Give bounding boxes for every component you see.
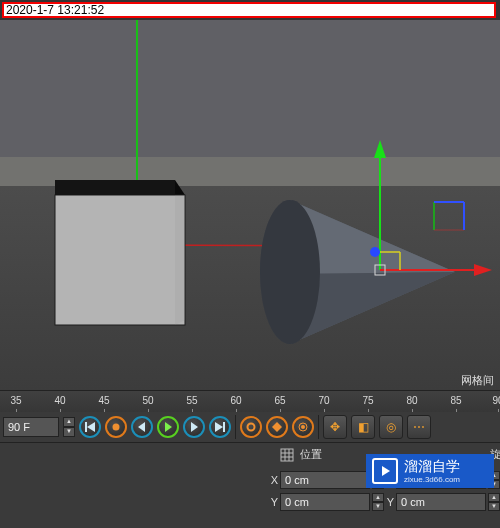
svg-marker-10 [374,140,386,158]
svg-marker-12 [474,264,492,276]
cube-object [55,180,185,325]
watermark-text: 溜溜自学 zixue.3d66.com [404,458,460,484]
frame-stepper[interactable]: ▲ ▼ [63,417,75,437]
autokey-button[interactable] [240,416,262,438]
axis-y-label: Y [270,496,278,508]
svg-marker-2 [55,180,175,195]
pos-y-field[interactable] [280,493,370,511]
viewport-canvas [0,20,500,390]
svg-marker-27 [215,422,223,432]
watermark-sub: zixue.3d66.com [404,476,460,484]
svg-rect-22 [85,422,87,432]
pos-x-field[interactable] [280,471,370,489]
svg-point-29 [248,424,255,431]
params-tool-button[interactable]: ⋯ [407,415,431,439]
timeline-ticks: 35 40 45 50 55 60 65 70 75 80 85 90 [0,391,500,413]
prev-frame-button[interactable] [131,416,153,438]
coord-row-y: Y ▲▼ Y ▲▼ [270,491,500,513]
grid-icon [280,448,294,462]
svg-marker-3 [175,195,185,325]
svg-point-31 [301,425,305,429]
axis-x-label: X [270,474,278,486]
svg-point-8 [260,200,320,344]
svg-rect-1 [55,195,185,325]
timestamp-text: 2020-1-7 13:21:52 [6,3,104,17]
playback-bar: ▲ ▼ ✥ ◧ ◎ ⋯ [0,412,500,442]
size-y-stepper[interactable]: ▲▼ [488,493,500,511]
go-end-button[interactable] [209,416,231,438]
coords-header: 位置 旋 [280,447,322,462]
move-tool-button[interactable]: ✥ [323,415,347,439]
record-button[interactable] [105,416,127,438]
key-options-button[interactable] [292,416,314,438]
svg-point-13 [370,247,380,257]
coords-header-label: 位置 [300,447,322,462]
svg-marker-30 [272,422,282,432]
stepper-up-icon[interactable]: ▲ [63,417,75,427]
svg-point-23 [113,424,120,431]
watermark-badge: 溜溜自学 zixue.3d66.com [366,454,494,488]
play-icon [372,458,398,484]
svg-marker-25 [165,422,172,432]
stepper-down-icon[interactable]: ▼ [63,427,75,437]
playbar-separator [235,415,236,439]
viewport[interactable]: 网格间 [0,20,500,390]
svg-marker-38 [382,466,390,476]
axis-y2-label: Y [386,496,394,508]
frame-end-field[interactable] [3,417,59,437]
size-y-field[interactable] [396,493,486,511]
svg-rect-28 [223,422,225,432]
timestamp-box: 2020-1-7 13:21:52 [2,2,496,18]
svg-rect-33 [281,449,293,461]
next-frame-button[interactable] [183,416,205,438]
grid-label: 网格间 [461,373,494,388]
scale-tool-button[interactable]: ◧ [351,415,375,439]
watermark-title: 溜溜自学 [404,458,460,476]
pos-y-stepper[interactable]: ▲▼ [372,493,384,511]
rotate-tool-button[interactable]: ◎ [379,415,403,439]
mini-axis-indicator [426,194,470,238]
set-key-button[interactable] [266,416,288,438]
timeline-ruler[interactable]: 35 40 45 50 55 60 65 70 75 80 85 90 [0,390,500,413]
playbar-separator2 [318,415,319,439]
play-button[interactable] [157,416,179,438]
svg-marker-21 [87,422,95,432]
svg-marker-26 [191,422,198,432]
go-start-button[interactable] [79,416,101,438]
svg-marker-24 [138,422,145,432]
